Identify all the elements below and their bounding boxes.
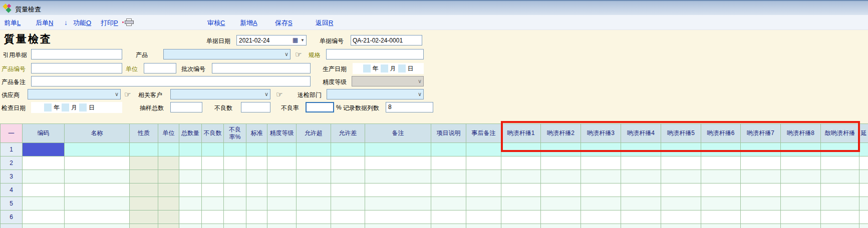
grid-row-number[interactable]: 2	[1, 156, 23, 170]
grid-cell[interactable]	[781, 156, 821, 170]
grid-cell[interactable]	[431, 143, 466, 156]
grid-cell[interactable]	[246, 156, 267, 170]
return-button[interactable]: 返回R	[316, 18, 333, 28]
production-date-field[interactable]: 年 月 日	[353, 63, 424, 74]
grid-column-header[interactable]: 延	[859, 124, 868, 143]
grid-cell[interactable]	[23, 170, 65, 184]
grid-column-header[interactable]: 敿哟溃杆播	[821, 124, 859, 143]
grid-cell[interactable]	[501, 224, 541, 228]
grid-cell[interactable]	[466, 143, 501, 156]
production-month-box[interactable]	[381, 64, 388, 72]
grid-row-number[interactable]: 4	[1, 184, 23, 197]
grid-cell[interactable]	[661, 197, 701, 210]
grid-row-number[interactable]: 6	[1, 210, 23, 224]
grid-column-header[interactable]: 哟溃杆播2	[541, 124, 581, 143]
grid-column-header[interactable]: 哟溃杆播5	[661, 124, 701, 143]
grid-cell[interactable]	[267, 170, 297, 184]
grid-cell[interactable]	[158, 197, 179, 210]
product-note-field[interactable]	[31, 76, 311, 86]
product-combobox[interactable]: ∨	[163, 49, 291, 60]
grid-column-header[interactable]: 不良率%	[224, 124, 246, 143]
grid-cell[interactable]	[621, 210, 661, 224]
grid-cell[interactable]	[331, 210, 365, 224]
grid-cell[interactable]	[621, 156, 661, 170]
grid-cell[interactable]	[246, 184, 267, 197]
grid-cell[interactable]	[859, 143, 868, 156]
grid-cell[interactable]	[781, 170, 821, 184]
grid-cell[interactable]	[158, 156, 179, 170]
grid-row-number[interactable]: 7	[1, 224, 23, 228]
save-button[interactable]: 保存S	[275, 18, 293, 28]
grid-cell[interactable]	[859, 210, 868, 224]
grid-cell[interactable]	[859, 197, 868, 210]
grid-cell[interactable]	[581, 210, 621, 224]
grid-cell[interactable]	[466, 210, 501, 224]
grid-cell[interactable]	[501, 197, 541, 210]
grid-column-header[interactable]: 编码	[23, 124, 65, 143]
grid-cell[interactable]	[661, 210, 701, 224]
grid-cell[interactable]	[741, 170, 781, 184]
grid-cell[interactable]	[661, 184, 701, 197]
grid-column-header[interactable]: 总数量	[179, 124, 202, 143]
grid-cell[interactable]	[821, 170, 859, 184]
grid-cell[interactable]	[741, 197, 781, 210]
grid-column-header[interactable]: 哟溃杆播4	[621, 124, 661, 143]
grid-column-header[interactable]: 备注	[365, 124, 431, 143]
grid-cell[interactable]	[65, 156, 130, 170]
grid-cell[interactable]	[224, 197, 246, 210]
grid-cell[interactable]	[158, 210, 179, 224]
grid-cell[interactable]	[701, 197, 741, 210]
ref-doc-field[interactable]	[31, 49, 122, 60]
check-month-box[interactable]	[62, 104, 69, 112]
grid-cell[interactable]	[661, 143, 701, 156]
grid-cell[interactable]	[431, 184, 466, 197]
grid-column-header[interactable]: 允许超	[297, 124, 331, 143]
grid-cell[interactable]	[224, 156, 246, 170]
grid-cell[interactable]	[501, 156, 541, 170]
grid-cell[interactable]	[541, 143, 581, 156]
grid-cell[interactable]	[224, 224, 246, 228]
grid-cell[interactable]	[701, 184, 741, 197]
production-year-box[interactable]	[363, 64, 371, 72]
grid-cell[interactable]	[821, 197, 859, 210]
grid-cell[interactable]	[224, 143, 246, 156]
grid-cell[interactable]	[65, 224, 130, 228]
grid-row-number[interactable]: 5	[1, 197, 23, 210]
grid-cell[interactable]	[821, 210, 859, 224]
grid-cell[interactable]	[431, 197, 466, 210]
grid-column-header[interactable]: 哟溃杆播3	[581, 124, 621, 143]
grid-cell[interactable]	[267, 210, 297, 224]
grid-cell[interactable]	[158, 224, 179, 228]
grid-cell[interactable]	[202, 184, 224, 197]
grid-cell[interactable]	[179, 156, 202, 170]
unit-field[interactable]	[144, 63, 176, 74]
grid-cell[interactable]	[501, 170, 541, 184]
grid-cell[interactable]	[466, 184, 501, 197]
grid-column-header[interactable]: 标准	[246, 124, 267, 143]
defect-count-field[interactable]	[241, 102, 270, 112]
grid-cell[interactable]	[267, 197, 297, 210]
grid-cell[interactable]	[581, 224, 621, 228]
grid-cell[interactable]	[224, 210, 246, 224]
defect-rate-field[interactable]	[306, 102, 334, 112]
grid-cell[interactable]	[202, 224, 224, 228]
grid-cell[interactable]	[23, 156, 65, 170]
grid-cell[interactable]	[179, 197, 202, 210]
grid-cell[interactable]	[179, 224, 202, 228]
grid-cell[interactable]	[501, 210, 541, 224]
grid-cell[interactable]	[701, 143, 741, 156]
grid-cell[interactable]	[179, 210, 202, 224]
product-code-field[interactable]	[31, 63, 122, 74]
grid-cell[interactable]	[179, 184, 202, 197]
grid-cell[interactable]	[297, 170, 331, 184]
grid-cell[interactable]	[331, 156, 365, 170]
grid-cell[interactable]	[246, 210, 267, 224]
grid-cell[interactable]	[297, 156, 331, 170]
grid-column-header[interactable]: 哟溃杆播7	[741, 124, 781, 143]
grid-column-header[interactable]: 性质	[130, 124, 158, 143]
grid-cell[interactable]	[297, 210, 331, 224]
grid-cell[interactable]	[741, 184, 781, 197]
grid-cell[interactable]	[581, 184, 621, 197]
product-lookup-icon[interactable]: ☞	[295, 50, 302, 59]
grid-column-header[interactable]: 单位	[158, 124, 179, 143]
